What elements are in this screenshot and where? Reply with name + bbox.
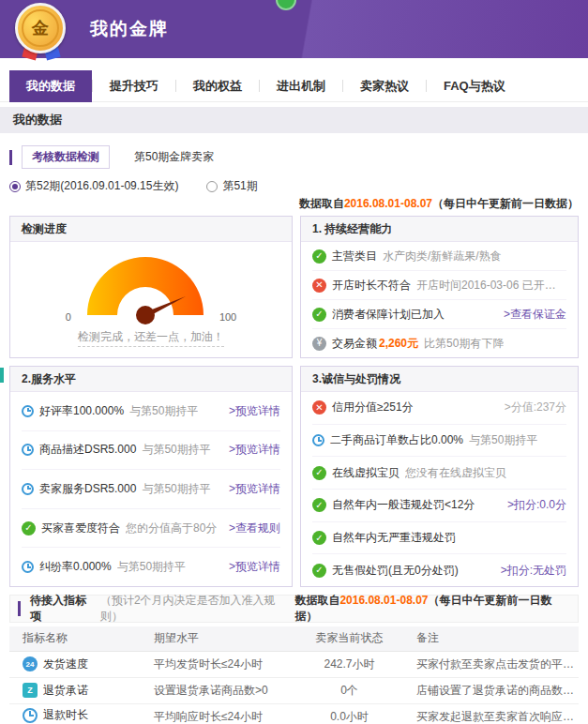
ability-main-category: ✓ 主营类目 水产肉类/新鲜蔬果/熟食: [312, 242, 566, 271]
main-nav: 我的数据 提升技巧 我的权益 进出机制 卖家热议 FAQ与热议: [0, 70, 588, 102]
check-icon: ✓: [312, 498, 326, 512]
integrity-general-violation: ✓ 自然年内一般违规处罚<12分 >扣分:0.0分: [312, 490, 566, 522]
note-prefix: 数据取自: [294, 594, 339, 607]
indicator-name-cell: 退款时长: [9, 703, 141, 724]
ability-consumer-protection: ✓ 消费者保障计划已加入 >查看保证金: [312, 300, 566, 329]
table-header-row: 指标名称 期望水平 卖家当前状态 备注: [9, 626, 579, 651]
gauge-area: 0 100: [10, 242, 292, 357]
item-detail: 您没有在线虚拟宝贝: [405, 465, 506, 481]
panels-grid: 检测进度 0: [9, 216, 579, 587]
data-source-note: 数据取自2016.08.01-08.07（每日中午更新前一日数据）: [9, 196, 579, 212]
clock-icon: [22, 444, 34, 456]
subtab-assessment-data[interactable]: 考核数据检测: [22, 145, 110, 169]
preview-details-link[interactable]: >预览详情: [229, 442, 280, 458]
deduction-link[interactable]: >扣分:0.0分: [507, 497, 566, 513]
data-source-note: 数据取自2016.08.01-08.07（每日中午更新前一日数据）: [294, 593, 570, 625]
item-label: 交易金额: [332, 336, 377, 352]
pending-metrics-table: 指标名称 期望水平 卖家当前状态 备注 24 发货速度 平均发货时长≤24小时 …: [9, 626, 579, 724]
indicator-name: 发货速度: [43, 656, 88, 672]
money-icon: ¥: [312, 337, 326, 351]
col-current-status: 卖家当前状态: [295, 626, 403, 651]
indicator-name: 退款时长: [43, 707, 88, 723]
tab-improvement-tips[interactable]: 提升技巧: [93, 70, 175, 102]
check-icon: ✓: [312, 249, 326, 264]
gold-medal-badge: 金: [15, 3, 71, 74]
clock-icon: [22, 405, 34, 417]
panel-operating-ability: 1. 持续经营能力 ✓ 主营类目 水产肉类/新鲜蔬果/熟食 ✕ 开店时长不符合 …: [300, 216, 579, 358]
integrity-counterfeit-penalty: ✓ 无售假处罚(且无0分处罚) >扣分:无处罚: [312, 554, 566, 586]
item-label: 买家喜爱度符合: [41, 520, 120, 536]
page-header: 金 我的金牌: [0, 0, 588, 58]
remark-cell: 店铺设置了退货承诺的商品数量，点击设置: [403, 677, 579, 703]
main-content: 考核数据检测 第50期金牌卖家 第52期(2016.09.01-09.15生效)…: [0, 145, 588, 724]
service-dispute-rate: 纠纷率0.000% 与第50期持平 >预览详情: [22, 548, 280, 586]
pending-hint: （预计2个月内决定是否加入准入规则）: [100, 593, 295, 625]
gauge-dial: [75, 253, 216, 326]
tab-entry-exit-mechanism[interactable]: 进出机制: [260, 70, 342, 102]
subtab-50th-gold-seller[interactable]: 第50期金牌卖家: [125, 146, 223, 168]
panel-body: 好评率100.000% 与第50期持平 >预览详情 商品描述DSR5.000 与…: [10, 392, 292, 586]
radio-dot: [9, 181, 21, 192]
radio-dot: [206, 181, 218, 192]
panel-body: ✕ 信用分值≥251分 >分值:237分 二手商品订单数占比0.00% 与第50…: [301, 392, 578, 586]
item-detail: 开店时间2016-03-06 已开店156天: [416, 278, 566, 294]
note-date: 2016.08.01-08.07: [339, 594, 428, 607]
green-dot-decoration: [276, 0, 296, 10]
view-rules-link[interactable]: >查看规则: [229, 520, 280, 536]
integrity-virtual-items: ✓ 在线虚拟宝贝 您没有在线虚拟宝贝: [312, 457, 566, 490]
radio-period-51[interactable]: 第51期: [206, 178, 257, 194]
preview-details-link[interactable]: >预览详情: [229, 403, 280, 419]
preview-details-link[interactable]: >预览详情: [229, 559, 280, 575]
ability-store-age: ✕ 开店时长不符合 开店时间2016-03-06 已开店156天: [312, 271, 566, 300]
clock-icon: [22, 561, 34, 573]
tab-seller-discussion[interactable]: 卖家热议: [343, 70, 426, 102]
gauge-caption: 检测完成，还差一点，加油！: [78, 329, 224, 347]
gauge-row: 0 100: [62, 253, 240, 326]
remark-cell: 买家付款至卖家点击发货的平均时长: [403, 651, 579, 677]
view-deposit-link[interactable]: >查看保证金: [504, 307, 566, 323]
tab-faq[interactable]: FAQ与热议: [427, 70, 522, 102]
item-label: 无售假处罚(且无0分处罚): [332, 563, 459, 579]
integrity-credit-score: ✕ 信用分值≥251分 >分值:237分: [312, 392, 566, 425]
item-detail: 与第50期持平: [142, 442, 210, 458]
expected-level-cell: 设置退货承诺商品数>0: [141, 677, 295, 703]
item-detail: 与第50期持平: [469, 432, 537, 448]
section-title: 我的数据: [0, 107, 588, 133]
item-label: 商品描述DSR5.000: [39, 442, 136, 458]
col-expected-level: 期望水平: [141, 626, 295, 651]
gauge-max-label: 100: [219, 311, 236, 323]
preview-details-link[interactable]: >预览详情: [229, 481, 280, 497]
cross-icon: ✕: [312, 279, 326, 293]
clock-icon: [23, 708, 38, 723]
medal-label: 金: [22, 9, 59, 47]
period-selector: 第52期(2016.09.01-09.15生效) 第51期: [9, 178, 579, 194]
panel-body: ✓ 主营类目 水产肉类/新鲜蔬果/熟食 ✕ 开店时长不符合 开店时间2016-0…: [301, 242, 578, 357]
service-positive-rating: 好评率100.000% 与第50期持平 >预览详情: [22, 392, 280, 431]
item-detail: 比第50期有下降: [424, 336, 504, 352]
current-status-cell: 0.0小时: [295, 703, 403, 724]
item-detail: 与第50期持平: [117, 559, 186, 575]
service-item-description-dsr: 商品描述DSR5.000 与第50期持平 >预览详情: [22, 431, 280, 471]
current-status-cell: 242.7小时: [295, 651, 403, 677]
panel-title: 2.服务水平: [10, 367, 292, 392]
item-label: 卖家服务DSR5.000: [39, 481, 136, 497]
tab-my-benefits[interactable]: 我的权益: [176, 70, 259, 102]
item-label: 好评率100.000%: [39, 403, 124, 419]
radio-period-52[interactable]: 第52期(2016.09.01-09.15生效): [9, 178, 178, 194]
service-seller-service-dsr: 卖家服务DSR5.000 与第50期持平 >预览详情: [22, 470, 280, 509]
pending-section-header: 待接入指标项 （预计2个月内决定是否加入准入规则） 数据取自2016.08.01…: [9, 595, 579, 623]
panel-title: 检测进度: [10, 217, 292, 242]
panel-service-level: 2.服务水平 好评率100.000% 与第50期持平 >预览详情 商品描述DSR…: [9, 366, 293, 587]
panel-title: 1. 持续经营能力: [301, 217, 578, 242]
deduction-link[interactable]: >扣分:无处罚: [501, 563, 566, 579]
tab-my-data[interactable]: 我的数据: [9, 70, 92, 102]
table-row-refund-duration: 退款时长 平均响应时长≤24小时 0.0小时 买家发起退款至卖家首次响应的平均时…: [9, 703, 579, 724]
col-remark: 备注: [403, 626, 579, 651]
note-suffix: （每日中午更新前一日数据）: [432, 197, 579, 210]
item-detail: 您的分值高于80分: [126, 520, 217, 536]
item-label: 消费者保障计划已加入: [332, 307, 445, 323]
purple-accent-bar: [18, 601, 21, 616]
integrity-serious-violation: ✓ 自然年内无严重违规处罚: [312, 522, 566, 555]
indicator-name-cell: Z 退货承诺: [9, 677, 141, 703]
check-icon: ✓: [312, 308, 326, 322]
